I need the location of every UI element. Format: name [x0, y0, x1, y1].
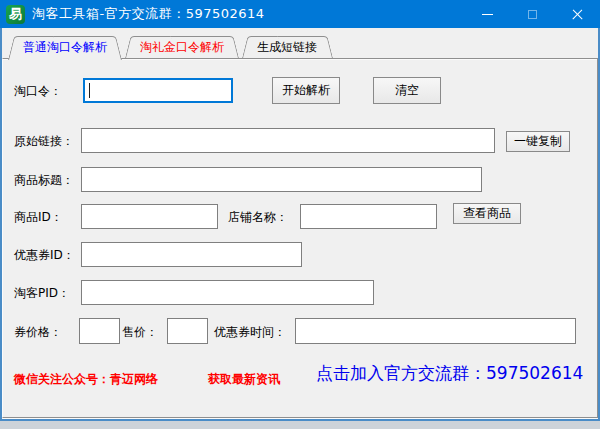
shop-name-label: 店铺名称：: [228, 210, 288, 224]
original-link-label: 原始链接：: [14, 134, 74, 148]
app-window: 易 淘客工具箱-官方交流群：597502614 普通淘口令解析 淘礼金口令解析 …: [0, 0, 600, 421]
product-title-label: 商品标题：: [14, 173, 74, 187]
app-icon: 易: [6, 5, 25, 24]
shop-name-input[interactable]: [300, 204, 437, 229]
close-icon: [571, 8, 584, 21]
tab-label: 淘礼金口令解析: [140, 40, 224, 54]
sale-price-input[interactable]: [167, 318, 208, 344]
sale-price-label: 售价：: [122, 325, 158, 339]
product-id-label: 商品ID：: [14, 210, 63, 224]
maximize-icon: [528, 10, 537, 19]
minimize-icon: [482, 14, 493, 15]
clear-button[interactable]: 清空: [373, 77, 441, 104]
tab-label: 普通淘口令解析: [23, 40, 107, 54]
view-product-button[interactable]: 查看商品: [453, 203, 521, 224]
tab-short-link[interactable]: 生成短链接: [242, 36, 332, 58]
close-button[interactable]: [555, 0, 600, 28]
latest-news-notice: 获取最新资讯: [208, 371, 280, 388]
product-id-input[interactable]: [81, 204, 218, 229]
original-link-input[interactable]: [81, 128, 495, 153]
one-click-copy-button[interactable]: 一键复制: [506, 131, 570, 152]
coupon-price-input[interactable]: [79, 318, 120, 344]
window-title: 淘客工具箱-官方交流群：597502614: [32, 5, 265, 23]
wechat-follow-notice: 微信关注公众号：青迈网络: [14, 371, 158, 388]
taokouling-label: 淘口令：: [14, 84, 62, 98]
tab-normal-taokouling-parse[interactable]: 普通淘口令解析: [8, 36, 122, 60]
window-controls: [465, 0, 600, 28]
taoke-pid-label: 淘客PID：: [14, 286, 70, 300]
join-group-link[interactable]: 点击加入官方交流群：597502614: [316, 362, 583, 385]
tab-bar: 普通淘口令解析 淘礼金口令解析 生成短链接: [8, 36, 335, 59]
coupon-id-label: 优惠券ID：: [14, 248, 75, 262]
tab-label: 生成短链接: [257, 40, 317, 54]
taoke-pid-input[interactable]: [81, 280, 374, 305]
maximize-button[interactable]: [510, 0, 555, 28]
titlebar: 易 淘客工具箱-官方交流群：597502614: [0, 0, 600, 28]
text-caret: [89, 83, 90, 98]
product-title-input[interactable]: [81, 167, 482, 192]
coupon-time-input[interactable]: [295, 318, 576, 344]
taokouling-input[interactable]: [83, 78, 233, 103]
tab-taolijin-parse[interactable]: 淘礼金口令解析: [125, 36, 239, 58]
coupon-id-input[interactable]: [81, 242, 302, 267]
coupon-price-label: 券价格：: [14, 325, 62, 339]
minimize-button[interactable]: [465, 0, 510, 28]
start-parse-button[interactable]: 开始解析: [272, 77, 340, 104]
coupon-time-label: 优惠券时间：: [214, 325, 286, 339]
